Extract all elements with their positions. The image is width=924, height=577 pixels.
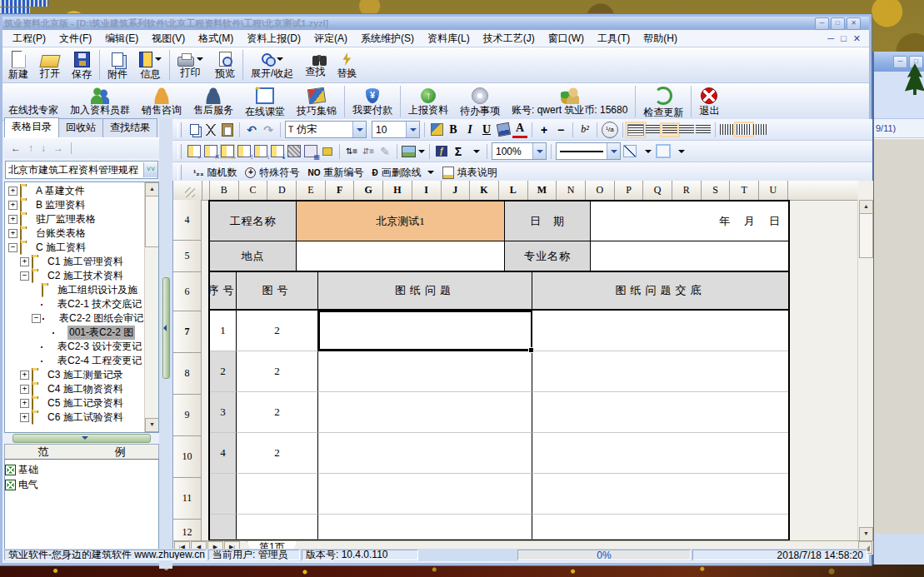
cell[interactable]: 地点	[210, 241, 297, 272]
cell[interactable]	[318, 311, 532, 351]
shade-cells-button[interactable]	[287, 144, 302, 159]
dropdown-arrow-icon[interactable]	[427, 171, 434, 174]
cell[interactable]: 图号	[237, 272, 318, 311]
menu-item[interactable]: 工具(T)	[591, 30, 637, 47]
tree-item[interactable]: 表C2-3 设计变更记	[5, 340, 145, 354]
vertical-splitter[interactable]	[159, 119, 172, 569]
scroll-up-icon[interactable]: ▲	[145, 182, 159, 196]
row-header[interactable]: 6	[173, 272, 202, 311]
cell[interactable]	[210, 474, 237, 515]
coins-button[interactable]: 账号: qwert 筑业币: 15680	[506, 83, 633, 120]
menu-item[interactable]: 系统维护(S)	[354, 30, 421, 47]
dropdown-arrow-icon[interactable]	[197, 57, 203, 61]
scrollbar-thumb[interactable]	[145, 196, 159, 247]
chevron-down-icon[interactable]	[352, 122, 366, 137]
minimize-icon[interactable]: ─	[893, 56, 907, 68]
menu-item[interactable]: 资料上报(D)	[240, 30, 307, 47]
pay-shield-button[interactable]: ¥我要付款	[347, 83, 398, 120]
zoom-combobox[interactable]: 100%	[492, 142, 547, 160]
column-header[interactable]: S	[702, 181, 731, 200]
cell[interactable]	[591, 241, 788, 272]
column-header[interactable]: R	[672, 181, 702, 200]
column-header[interactable]: T	[730, 181, 759, 200]
new-file-button[interactable]: 新建	[2, 47, 34, 82]
todo-disc-button[interactable]: 待办事项	[454, 83, 506, 120]
maximize-icon[interactable]: □	[831, 17, 845, 30]
print-preview-button[interactable]: 预览	[209, 47, 241, 82]
example-item[interactable]: 电气	[5, 477, 158, 492]
column-header[interactable]: M	[528, 181, 557, 200]
画删除线-button[interactable]: Ð画删除线	[372, 166, 433, 180]
expander-plus-icon[interactable]: +	[8, 229, 17, 238]
tree-item[interactable]: +C4 施工物资资料	[5, 382, 145, 396]
column-header[interactable]: Q	[643, 181, 672, 200]
align-distribute-button[interactable]	[696, 125, 711, 135]
exit-button[interactable]: 退出	[693, 83, 725, 120]
example-item[interactable]: 基础	[5, 462, 158, 477]
undo-button[interactable]: ↶	[244, 122, 259, 137]
copy-button[interactable]	[187, 122, 202, 137]
chevron-down-icon[interactable]	[607, 143, 620, 159]
attachment-button[interactable]: 附件	[102, 47, 133, 82]
tree-scrollbar[interactable]: ▲ ▼	[144, 182, 158, 432]
expander-plus-icon[interactable]: +	[20, 399, 29, 408]
tree-item[interactable]: 表C2-1 技术交底记	[5, 297, 145, 311]
cell[interactable]	[532, 311, 788, 351]
cell[interactable]: 2	[237, 392, 318, 433]
font-size-combobox[interactable]: 10	[372, 121, 420, 138]
nav-back-icon[interactable]: ←	[11, 142, 21, 154]
tree-item[interactable]: +A 基建文件	[5, 184, 145, 198]
cell[interactable]	[237, 515, 318, 540]
classroom-button[interactable]: 在线课堂	[239, 83, 291, 120]
paste-button[interactable]	[220, 122, 235, 137]
row-header[interactable]: 8	[173, 353, 202, 395]
cell[interactable]: 工程名称	[210, 201, 297, 241]
mdi-close-icon[interactable]: ✕	[853, 31, 861, 46]
insert-column-left-button[interactable]: ←	[187, 144, 202, 159]
vertical-text-stack-button[interactable]	[753, 124, 768, 135]
tree-item[interactable]: −C2 施工技术资料	[5, 269, 145, 283]
decrease-button[interactable]: −	[553, 122, 568, 137]
cell[interactable]: 3	[210, 392, 237, 433]
tips-button[interactable]: 技巧集锦	[291, 83, 342, 120]
horizontal-splitter[interactable]	[12, 434, 151, 443]
chevron-down-icon[interactable]	[532, 143, 546, 159]
sidebar-tab-item[interactable]: 回收站	[58, 118, 103, 137]
sidebar-tab-active[interactable]: 表格目录	[4, 117, 59, 137]
cell[interactable]: 专业名称	[505, 241, 591, 272]
填表说明-button[interactable]: 填表说明	[442, 166, 497, 180]
regulation-combobox[interactable]: 北京市建筑工程资料管理规程（ ˅˅	[5, 161, 158, 179]
desktop-icon-label-fragment[interactable]	[0, 7, 30, 14]
vertical-text-rotate-button[interactable]	[737, 124, 752, 135]
person-blue-button[interactable]: 售后服务	[187, 83, 239, 120]
column-header[interactable]: P	[615, 181, 644, 200]
column-header[interactable]: B	[210, 181, 239, 200]
cell[interactable]: 1	[210, 311, 237, 351]
cell[interactable]: 北京测试1	[297, 201, 505, 241]
cell[interactable]	[237, 474, 318, 515]
column-header[interactable]: J	[442, 181, 471, 200]
font-family-combobox[interactable]: T 仿宋	[285, 121, 367, 138]
expander-plus-icon[interactable]: +	[20, 413, 29, 422]
formula-button[interactable]: ƒ	[434, 144, 449, 159]
expander-plus-icon[interactable]: +	[20, 257, 29, 266]
tree-item[interactable]: −C 施工资料	[5, 241, 145, 255]
expander-plus-icon[interactable]: +	[8, 187, 17, 196]
cell[interactable]: 2	[237, 351, 318, 392]
scrollbar-thumb[interactable]	[859, 213, 873, 258]
highlight-button[interactable]	[429, 122, 444, 137]
cell[interactable]: 4	[210, 433, 237, 474]
minimize-icon[interactable]: ─	[815, 17, 829, 30]
重新编号-button[interactable]: NO重新编号	[307, 166, 363, 180]
expander-plus-icon[interactable]: +	[20, 385, 29, 394]
nav-down-icon[interactable]: ↓	[41, 142, 46, 154]
cell[interactable]: 年 月 日	[591, 201, 788, 241]
font-color-button[interactable]: A	[512, 121, 527, 138]
expander-minus-icon[interactable]: −	[20, 271, 29, 281]
row-header[interactable]: 7	[173, 311, 202, 353]
replace-button[interactable]: 替换	[331, 47, 362, 82]
dropdown-arrow-icon[interactable]	[155, 57, 162, 61]
expand-collapse-button[interactable]: 展开/收起	[245, 47, 299, 82]
tree-item[interactable]: 001-表C2-2 图	[5, 326, 145, 340]
column-header[interactable]: G	[354, 181, 383, 200]
